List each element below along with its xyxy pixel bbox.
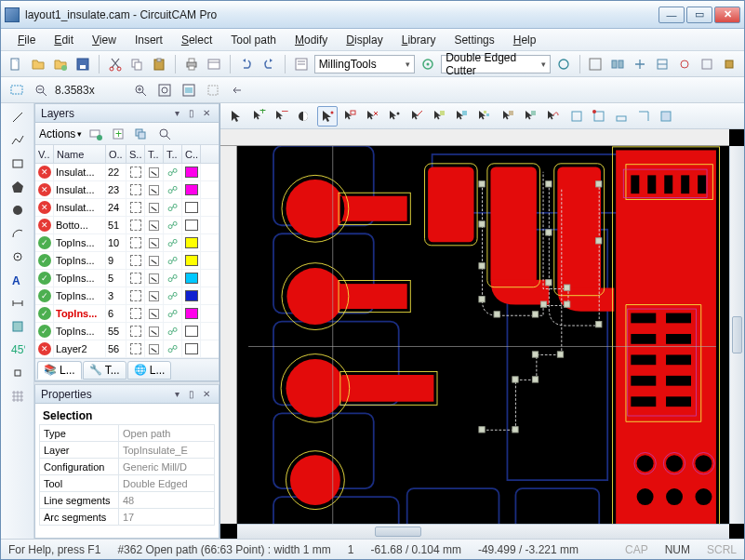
- color-swatch[interactable]: [185, 167, 198, 178]
- layer-row[interactable]: ✓TopIns...55☍: [35, 323, 219, 340]
- transfer-icon[interactable]: ☍: [167, 167, 178, 179]
- property-value[interactable]: 17: [119, 509, 215, 526]
- zoom-window-icon[interactable]: [7, 80, 27, 100]
- true-width-icon[interactable]: [149, 220, 159, 231]
- layer-col-header[interactable]: S..: [126, 145, 145, 163]
- zoom-in-icon[interactable]: [130, 80, 151, 100]
- sel-arrow-icon[interactable]: [226, 106, 246, 127]
- property-value[interactable]: Open path: [119, 425, 215, 442]
- menu-edit[interactable]: Edit: [47, 32, 81, 48]
- layer-find-icon[interactable]: [154, 124, 175, 144]
- layer-col-header[interactable]: T..: [164, 145, 182, 163]
- actions-button[interactable]: Actions: [39, 127, 75, 140]
- ex8-icon[interactable]: [720, 54, 738, 74]
- transfer-icon[interactable]: ☍: [167, 255, 178, 267]
- hidden-icon[interactable]: ✕: [38, 342, 51, 355]
- zoom-sel-icon[interactable]: [203, 80, 223, 100]
- menu-library[interactable]: Library: [394, 32, 444, 48]
- color-swatch[interactable]: [185, 220, 198, 231]
- mode-g1-icon[interactable]: [429, 106, 449, 127]
- hidden-icon[interactable]: ✕: [38, 219, 51, 232]
- layer-dup-icon[interactable]: [130, 124, 151, 144]
- save-icon[interactable]: [73, 54, 92, 74]
- transfer-icon[interactable]: ☍: [167, 220, 178, 232]
- mode-layer1-icon[interactable]: [498, 106, 518, 127]
- true-width-icon[interactable]: [149, 273, 159, 284]
- mode-layer2-icon[interactable]: [520, 106, 540, 127]
- layer-col-header[interactable]: V..: [35, 145, 54, 163]
- layer-col-header[interactable]: T..: [145, 145, 164, 163]
- snap-corner-icon[interactable]: [633, 106, 654, 127]
- layer-row[interactable]: ✓TopIns...10☍: [35, 234, 219, 252]
- color-swatch[interactable]: [185, 255, 198, 266]
- menu-select[interactable]: Select: [174, 32, 220, 48]
- menu-display[interactable]: Display: [339, 32, 390, 48]
- selectable-icon[interactable]: [130, 290, 141, 301]
- mode-point-icon[interactable]: [317, 106, 338, 127]
- mode-cross-icon[interactable]: [362, 106, 382, 127]
- transfer-icon[interactable]: ☍: [167, 237, 178, 249]
- selectable-icon[interactable]: [130, 255, 141, 266]
- ex7-icon[interactable]: [698, 54, 716, 74]
- property-value[interactable]: Generic Mill/D: [119, 459, 215, 475]
- visible-icon[interactable]: ✓: [38, 307, 51, 320]
- layer-col-header[interactable]: Name: [54, 145, 106, 163]
- true-width-icon[interactable]: [149, 203, 159, 213]
- open2-icon[interactable]: [51, 54, 70, 74]
- menu-modify[interactable]: Modify: [287, 32, 335, 48]
- panel-pin-icon[interactable]: ▯: [185, 388, 198, 401]
- toollist-icon[interactable]: [292, 54, 311, 74]
- true-width-icon[interactable]: [149, 291, 159, 301]
- color-swatch[interactable]: [185, 343, 198, 354]
- selectable-icon[interactable]: [130, 237, 141, 248]
- menu-view[interactable]: View: [85, 32, 124, 48]
- true-width-icon[interactable]: [149, 185, 159, 195]
- paste-icon[interactable]: [150, 54, 168, 74]
- visible-icon[interactable]: ✓: [38, 289, 51, 302]
- tool-circle-icon[interactable]: [7, 200, 29, 220]
- selectable-icon[interactable]: [130, 184, 141, 195]
- mode-dot-icon[interactable]: [384, 106, 405, 127]
- tool-text-icon[interactable]: A: [7, 270, 29, 290]
- true-width-icon[interactable]: [149, 238, 159, 248]
- layer-row[interactable]: ✕Insulat...23☍: [35, 181, 219, 199]
- tool-combo-1[interactable]: MillingTools▾: [314, 55, 416, 73]
- copy-icon[interactable]: [128, 54, 147, 74]
- layer-row[interactable]: ✕Insulat...24☍: [35, 199, 219, 217]
- panel-tab-libs[interactable]: 🌐 L...: [127, 361, 172, 380]
- color-swatch[interactable]: [185, 273, 198, 284]
- hidden-icon[interactable]: ✕: [38, 166, 51, 179]
- panel-pin-icon[interactable]: ▯: [185, 107, 198, 120]
- zoom-fit-icon[interactable]: [154, 80, 175, 100]
- visible-icon[interactable]: ✓: [38, 254, 51, 267]
- transfer-icon[interactable]: ☍: [167, 184, 178, 196]
- tool-arc-icon[interactable]: [7, 223, 29, 244]
- mode-line-icon[interactable]: [406, 106, 427, 127]
- undo-icon[interactable]: [237, 54, 256, 74]
- true-width-icon[interactable]: [149, 256, 159, 266]
- mode-g2-icon[interactable]: [451, 106, 472, 127]
- minimize-button[interactable]: —: [659, 7, 685, 23]
- zoom-prev-icon[interactable]: [227, 80, 247, 100]
- layer-col-header[interactable]: O..: [106, 145, 126, 163]
- panel-menu-icon[interactable]: ▾: [170, 107, 183, 120]
- props-icon[interactable]: [205, 54, 223, 74]
- snap-mid-icon[interactable]: [611, 106, 632, 127]
- selectable-icon[interactable]: [130, 343, 141, 354]
- transfer-icon[interactable]: ☍: [167, 343, 178, 355]
- cut-icon[interactable]: [106, 54, 125, 74]
- ex3-icon[interactable]: [608, 54, 627, 74]
- true-width-icon[interactable]: [149, 309, 159, 319]
- color-swatch[interactable]: [185, 290, 198, 301]
- true-width-icon[interactable]: [149, 327, 159, 337]
- open-icon[interactable]: [29, 54, 47, 74]
- tool-dim-icon[interactable]: [7, 293, 29, 313]
- ex5-icon[interactable]: [653, 54, 672, 74]
- mode-path-icon[interactable]: [542, 106, 563, 127]
- color-swatch[interactable]: [185, 237, 198, 248]
- hidden-icon[interactable]: ✕: [38, 183, 51, 196]
- property-value[interactable]: TopInsulate_E: [119, 442, 215, 459]
- selectable-icon[interactable]: [130, 326, 141, 337]
- scrollbar-horizontal[interactable]: [237, 524, 729, 539]
- mode-g3-icon[interactable]: [473, 106, 494, 127]
